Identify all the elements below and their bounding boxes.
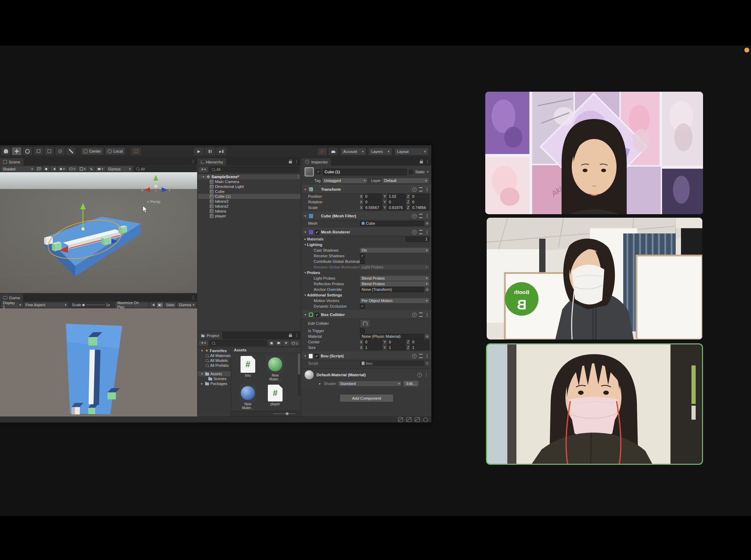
stats-toggle[interactable]: Stats bbox=[164, 302, 176, 308]
asset-new-material-blue[interactable]: New Mater... bbox=[239, 385, 257, 410]
rotation-y-field[interactable]: 0 bbox=[387, 200, 406, 205]
object-picker-icon[interactable]: ◉ bbox=[425, 221, 429, 225]
add-asset-button[interactable]: +▾ bbox=[199, 341, 208, 346]
favorites-row[interactable]: ▼★ Favorites bbox=[198, 348, 231, 353]
object-picker-icon[interactable]: ◉ bbox=[425, 361, 429, 365]
tab-scene[interactable]: Scene bbox=[0, 158, 23, 166]
reflection-probes-dropdown[interactable]: Blend Probes▾ bbox=[360, 281, 429, 286]
game-gizmos-dropdown[interactable]: Gizmos▾ bbox=[177, 302, 196, 308]
add-object-button[interactable]: +▾ bbox=[199, 167, 208, 172]
light-probes-dropdown[interactable]: Blend Probes▾ bbox=[360, 276, 429, 281]
assets-folder-row[interactable]: ▼ Assets bbox=[198, 371, 231, 376]
tab-game[interactable]: Game bbox=[0, 294, 23, 301]
scene-tools-button[interactable] bbox=[88, 166, 95, 172]
shading-mode-dropdown[interactable]: Shaded▾ bbox=[1, 166, 35, 172]
project-search-input[interactable] bbox=[209, 340, 267, 346]
tab-hierarchy[interactable]: Hierarchy bbox=[198, 158, 226, 166]
custom-tool-button[interactable] bbox=[66, 147, 76, 155]
menu-icon[interactable]: ⋮ bbox=[425, 354, 429, 358]
hand-tool-button[interactable] bbox=[1, 147, 11, 155]
hierarchy-item-takara2[interactable]: takara2 bbox=[198, 204, 300, 209]
search-by-type-button[interactable] bbox=[268, 341, 274, 346]
favorite-all-models[interactable]: All Models bbox=[198, 358, 231, 363]
help-icon[interactable]: ? bbox=[412, 187, 417, 192]
maximize-on-play-toggle[interactable]: Maximize On Play bbox=[115, 302, 148, 308]
presets-icon[interactable] bbox=[419, 313, 423, 317]
mute-audio-toggle[interactable] bbox=[149, 302, 156, 308]
position-x-field[interactable]: 0 bbox=[363, 194, 382, 199]
layer-dropdown[interactable]: Default▾ bbox=[382, 178, 429, 183]
size-x-field[interactable]: 1 bbox=[363, 345, 382, 350]
collab-button[interactable] bbox=[317, 147, 327, 156]
favorite-all-materials[interactable]: All Materials bbox=[198, 353, 231, 358]
hierarchy-item-takara[interactable]: takara bbox=[198, 209, 300, 214]
pause-button[interactable] bbox=[204, 147, 216, 156]
menu-icon[interactable]: ⋮ bbox=[191, 295, 195, 300]
bou-script-header[interactable]: ▼ ✓ Bou (Script) ?⋮ bbox=[302, 352, 431, 360]
search-by-label-button[interactable] bbox=[276, 341, 282, 346]
presets-icon[interactable] bbox=[419, 354, 423, 358]
2d-toggle[interactable]: 2D bbox=[36, 166, 42, 172]
scene-camera-dropdown[interactable]: ▾ bbox=[96, 166, 105, 172]
contribute-gi-checkbox[interactable] bbox=[360, 259, 365, 264]
menu-icon[interactable]: ⋮ bbox=[425, 160, 430, 164]
component-enabled-checkbox[interactable]: ✓ bbox=[314, 354, 319, 358]
menu-icon[interactable]: ⋮ bbox=[294, 333, 299, 337]
scene-viewport[interactable]: x z < Persp bbox=[0, 172, 197, 293]
mesh-filter-header[interactable]: ▼ Cube (Mesh Filter) ?⋮ bbox=[302, 212, 431, 220]
scene-fx-dropdown[interactable]: ▾ bbox=[58, 166, 67, 172]
shader-edit-button[interactable]: Edit... bbox=[403, 381, 418, 386]
scale-x-field[interactable]: 9.55567 bbox=[363, 205, 382, 210]
menu-icon[interactable]: ⋮ bbox=[296, 175, 300, 179]
play-button[interactable]: ▶ bbox=[193, 147, 204, 156]
position-y-field[interactable]: 1.02 bbox=[387, 194, 406, 199]
persp-label[interactable]: < Persp bbox=[147, 200, 160, 204]
menu-icon[interactable]: ⋮ bbox=[424, 373, 429, 377]
size-y-field[interactable]: 1 bbox=[387, 345, 406, 350]
chevron-down-icon[interactable]: ▾ bbox=[427, 170, 429, 174]
favorite-all-prefabs[interactable]: All Prefabs bbox=[198, 363, 231, 368]
grid-snap-button[interactable] bbox=[131, 147, 141, 155]
dynamic-occlusion-checkbox[interactable]: ✓ bbox=[360, 304, 365, 309]
menu-icon[interactable]: ⋮ bbox=[425, 187, 429, 191]
participant-video-1[interactable]: Akiyama M bbox=[485, 92, 703, 214]
move-tool-button[interactable] bbox=[12, 147, 22, 155]
physic-material-field[interactable]: None (Physic Material) bbox=[360, 334, 424, 339]
component-enabled-checkbox[interactable]: ✓ bbox=[315, 230, 319, 234]
materials-row[interactable]: ► Materials 1 bbox=[302, 236, 431, 242]
vsync-toggle[interactable] bbox=[157, 302, 163, 308]
step-button[interactable]: ▶ bbox=[216, 147, 227, 156]
presets-icon[interactable] bbox=[419, 214, 423, 218]
packages-folder-row[interactable]: ► Packages bbox=[198, 381, 231, 386]
transform-tool-button[interactable] bbox=[55, 147, 65, 155]
lock-icon[interactable] bbox=[289, 335, 292, 337]
additional-settings-row[interactable]: ▼ Additional Settings bbox=[302, 292, 431, 298]
asset-bou[interactable]: # bou bbox=[239, 356, 257, 381]
transform-header[interactable]: ▼ Transform ?⋮ bbox=[302, 185, 431, 194]
scale-y-field[interactable]: 0.81876 bbox=[387, 205, 406, 210]
console-warning-muted-icon[interactable] bbox=[406, 417, 411, 422]
script-object-field[interactable]: bou bbox=[360, 361, 424, 366]
menu-icon[interactable]: ⋮ bbox=[425, 214, 429, 218]
hierarchy-search-input[interactable]: All bbox=[209, 167, 299, 172]
probes-section-row[interactable]: ▼ Probes bbox=[302, 270, 431, 275]
participant-video-3-active[interactable] bbox=[486, 343, 703, 465]
menu-icon[interactable]: ⋮ bbox=[425, 313, 429, 317]
cloud-button[interactable] bbox=[328, 147, 338, 156]
scene-search-input[interactable]: All bbox=[133, 166, 196, 172]
material-header-row[interactable]: Default-Material (Material) ?⋮ bbox=[305, 370, 429, 379]
center-z-field[interactable]: 0 bbox=[410, 340, 429, 345]
anchor-override-field[interactable]: None (Transform) bbox=[360, 287, 424, 292]
progress-icon[interactable] bbox=[423, 418, 428, 422]
component-enabled-checkbox[interactable]: ✓ bbox=[315, 313, 319, 317]
gizmos-dropdown[interactable]: Gizmos▾ bbox=[106, 166, 132, 172]
favorites-search-button[interactable]: ★ bbox=[283, 341, 289, 346]
hierarchy-item-cube-1[interactable]: Cube (1) bbox=[198, 194, 300, 199]
foldout-icon[interactable]: ► bbox=[319, 382, 322, 385]
scenes-folder-row[interactable]: Scenes bbox=[198, 376, 231, 381]
hierarchy-item-directional-light[interactable]: Directional Light bbox=[198, 184, 300, 189]
scale-tool-button[interactable] bbox=[33, 147, 43, 155]
tag-dropdown[interactable]: Untagged▾ bbox=[322, 178, 367, 183]
hierarchy-scene-row[interactable]: ▼ SampleScene* ⋮ bbox=[198, 174, 300, 179]
mesh-object-field[interactable]: Cube bbox=[360, 221, 424, 226]
